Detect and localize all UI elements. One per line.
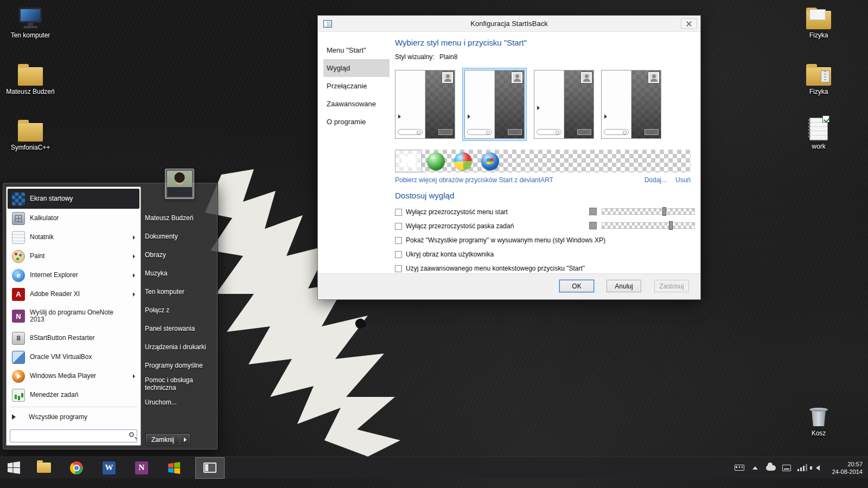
desktop-icon-mateusz-budzen[interactable]: Mateusz Budzeń bbox=[5, 61, 55, 95]
color-swatch[interactable] bbox=[589, 208, 597, 215]
item-label: 8StartButton Restarter bbox=[30, 335, 135, 342]
ok-button[interactable]: OK bbox=[559, 280, 594, 292]
start-menu-item-programy-domyslne[interactable]: Programy domyślne bbox=[145, 356, 215, 375]
option-hide-user-picture[interactable]: Ukryj obraz konta użytkownika bbox=[395, 247, 695, 261]
start-menu-item-task-manager[interactable]: Menedżer zadań bbox=[9, 386, 138, 404]
taskbar-chrome[interactable] bbox=[63, 457, 90, 479]
start-menu-item-panel-sterowania[interactable]: Panel sterowania bbox=[145, 319, 215, 338]
keyboard-icon bbox=[735, 465, 744, 471]
start-menu-item-notatnik[interactable]: Notatnik bbox=[9, 228, 138, 247]
style-thumbnail-3[interactable] bbox=[534, 70, 594, 139]
apply-button[interactable]: Zastosuj bbox=[654, 280, 689, 292]
start-menu-item-8startbutton[interactable]: 8 8StartButton Restarter bbox=[9, 329, 138, 348]
title-bar[interactable]: Konfiguracja StartIsBack bbox=[318, 16, 700, 32]
chevron-up-icon bbox=[752, 466, 758, 470]
item-label: Adobe Reader XI bbox=[30, 291, 133, 298]
ie-icon: e bbox=[12, 269, 25, 282]
start-menu-item-adobe-reader[interactable]: A Adobe Reader XI bbox=[9, 285, 138, 304]
start-menu-item-dokumenty[interactable]: Dokumenty bbox=[145, 227, 215, 246]
start-menu-item-obrazy[interactable]: Obrazy bbox=[145, 246, 215, 264]
start-menu-item-ten-komputer[interactable]: Ten komputer bbox=[145, 282, 215, 301]
dialog-footer: OK Anuluj Zastosuj bbox=[318, 273, 700, 299]
taskbar-clock[interactable]: 20:57 24-08-2014 bbox=[828, 460, 863, 476]
chrome-icon bbox=[70, 461, 83, 474]
shutdown-options-arrow[interactable] bbox=[180, 433, 190, 446]
checkbox[interactable] bbox=[395, 251, 402, 258]
start-menu-item-internet-explorer[interactable]: e Internet Explorer bbox=[9, 266, 138, 285]
desktop-icon-work[interactable]: work bbox=[794, 115, 844, 150]
slider-track[interactable] bbox=[602, 222, 695, 229]
option-disable-menu-transparency[interactable]: Wyłącz przezroczystość menu start bbox=[395, 205, 695, 219]
all-programs-arrow-icon bbox=[12, 414, 16, 420]
network-tray-button[interactable] bbox=[796, 461, 808, 474]
start-button[interactable] bbox=[0, 457, 27, 479]
taskbar-file-explorer[interactable] bbox=[30, 457, 58, 479]
start-screen-icon bbox=[12, 192, 25, 206]
checkbox[interactable] bbox=[395, 237, 402, 244]
color-swatch[interactable] bbox=[589, 222, 597, 229]
start-menu-item-wmp[interactable]: Windows Media Player bbox=[9, 367, 138, 386]
add-link[interactable]: Dodaj... bbox=[644, 176, 667, 184]
start-menu-item-onenote[interactable]: N Wyślij do programu OneNote 2013 bbox=[9, 304, 138, 329]
cancel-button[interactable]: Anuluj bbox=[607, 280, 641, 292]
app-icon: 8 bbox=[12, 332, 25, 345]
option-all-programs-flyout[interactable]: Pokaż "Wszystkie programy" w wysuwanym m… bbox=[395, 233, 695, 247]
desktop-icon-fizyka-2[interactable]: Fizyka bbox=[794, 61, 844, 95]
checkbox[interactable] bbox=[395, 223, 402, 230]
desktop-icon-ten-komputer[interactable]: Ten komputer bbox=[5, 4, 55, 39]
close-button[interactable] bbox=[681, 18, 697, 29]
notebook-icon bbox=[809, 118, 828, 140]
start-menu-item-virtualbox[interactable]: Oracle VM VirtualBox bbox=[9, 348, 138, 367]
volume-tray-button[interactable] bbox=[812, 461, 824, 474]
desktop-icon-symfonia[interactable]: SymfoniaC++ bbox=[5, 117, 55, 151]
nav-item-wyglad[interactable]: Wygląd bbox=[323, 59, 390, 77]
checkbox[interactable] bbox=[395, 265, 402, 272]
slider-track[interactable] bbox=[602, 208, 695, 215]
desktop-icon-fizyka-1[interactable]: Fizyka bbox=[794, 4, 844, 39]
tray-expand-button[interactable] bbox=[749, 461, 761, 474]
option-disable-taskbar-transparency[interactable]: Wyłącz przezroczystość paska zadań bbox=[395, 219, 695, 233]
start-menu-item-ekran-startowy[interactable]: Ekran startowy bbox=[8, 189, 139, 209]
arrow-right-icon bbox=[184, 438, 187, 442]
user-name[interactable]: Mateusz Budzeń bbox=[145, 209, 215, 227]
cloud-tray-button[interactable] bbox=[765, 461, 777, 474]
start-button-option-windows8[interactable] bbox=[395, 150, 422, 172]
taskbar: W N 20:57 24-08-2014 bbox=[0, 457, 868, 478]
start-menu-item-muzyka[interactable]: Muzyka bbox=[145, 264, 215, 282]
slider-thumb[interactable] bbox=[662, 207, 666, 216]
nav-item-przelaczanie[interactable]: Przełączanie bbox=[323, 77, 390, 95]
start-button-option-colorful-orb[interactable] bbox=[449, 150, 476, 172]
option-label: Wyłącz przezroczystość paska zadań bbox=[406, 222, 514, 230]
shutdown-button[interactable]: Zamknij bbox=[145, 433, 190, 446]
start-menu-item-polacz-z[interactable]: Połącz z bbox=[145, 301, 215, 319]
user-avatar[interactable] bbox=[165, 169, 194, 199]
style-thumbnail-4[interactable] bbox=[601, 70, 661, 139]
style-thumbnail-1[interactable] bbox=[395, 70, 455, 139]
nav-item-zaawansowane[interactable]: Zaawansowane bbox=[323, 95, 390, 113]
checkbox[interactable] bbox=[395, 209, 402, 216]
all-programs-button[interactable]: Wszystkie programy bbox=[9, 409, 138, 425]
slider-thumb[interactable] bbox=[669, 221, 673, 230]
start-menu-item-paint[interactable]: Paint bbox=[9, 247, 138, 266]
start-button-option-windows7-orb[interactable] bbox=[476, 150, 503, 172]
deviantart-link[interactable]: Pobierz więcej obrazów przycisków Start … bbox=[395, 176, 553, 184]
clock-time: 20:57 bbox=[832, 460, 863, 468]
style-thumbnail-2-selected[interactable] bbox=[462, 68, 527, 141]
taskbar-startisback-active[interactable] bbox=[195, 457, 225, 479]
item-label: Oracle VM VirtualBox bbox=[30, 354, 135, 361]
display-tray-button[interactable] bbox=[781, 461, 793, 474]
start-button-option-green-orb[interactable] bbox=[422, 150, 449, 172]
nav-item-menu-start[interactable]: Menu "Start" bbox=[323, 41, 390, 59]
start-menu-item-pomoc[interactable]: Pomoc i obsługa techniczna bbox=[145, 375, 215, 393]
start-menu-item-kalkulator[interactable]: Kalkulator bbox=[9, 209, 138, 228]
taskbar-windows-logo-app[interactable] bbox=[161, 457, 188, 479]
taskbar-word[interactable]: W bbox=[95, 457, 123, 479]
start-menu-item-uruchom[interactable]: Uruchom... bbox=[145, 393, 215, 412]
taskbar-onenote[interactable]: N bbox=[128, 457, 155, 479]
nav-item-o-programie[interactable]: O programie bbox=[323, 113, 390, 131]
start-menu-item-urzadzenia[interactable]: Urządzenia i drukarki bbox=[145, 338, 215, 356]
desktop-icon-kosz[interactable]: Kosz bbox=[794, 402, 844, 437]
keyboard-tray-button[interactable] bbox=[733, 461, 745, 474]
search-input[interactable] bbox=[10, 429, 137, 442]
remove-link[interactable]: Usuń bbox=[675, 176, 691, 184]
